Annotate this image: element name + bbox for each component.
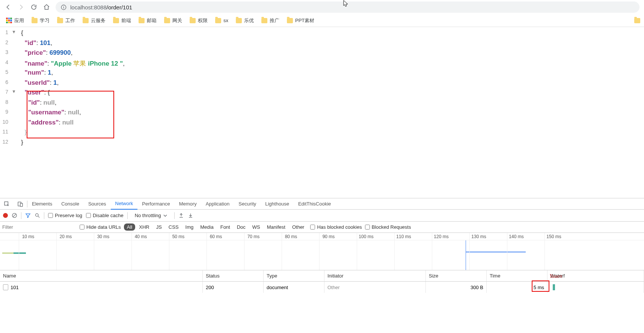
json-line: 1▼{	[0, 29, 644, 39]
bookmark-item[interactable]: 权限	[187, 16, 211, 26]
bookmark-item[interactable]: 乐优	[233, 16, 257, 26]
devtools-tab[interactable]: EditThisCookie	[294, 198, 335, 210]
filter-pill[interactable]: JS	[153, 224, 165, 231]
timeline-tick: 20 ms	[60, 234, 72, 239]
json-line: 6 "userId": 1,	[0, 79, 644, 89]
col-type[interactable]: Type	[264, 270, 324, 281]
svg-line-7	[13, 214, 16, 217]
timeline-tick: 150 ms	[546, 234, 561, 239]
forward-button[interactable]	[17, 3, 25, 11]
col-name[interactable]: Name	[0, 270, 203, 281]
folder-icon	[215, 18, 221, 23]
back-button[interactable]	[5, 3, 12, 11]
devtools-tab[interactable]: Application	[201, 198, 234, 210]
timeline-tick: 110 ms	[396, 234, 411, 239]
col-size[interactable]: Size	[426, 270, 487, 281]
bookmark-item[interactable]: sx	[212, 16, 231, 26]
json-line: 11 }	[0, 129, 644, 139]
filter-pill[interactable]: Font	[217, 224, 233, 231]
devtools-tab[interactable]: Sources	[84, 198, 111, 210]
filter-input[interactable]	[2, 224, 77, 231]
network-toolbar: Preserve log Disable cache No throttling	[0, 210, 644, 222]
col-time[interactable]: Time	[487, 270, 547, 281]
bookmark-item[interactable]: 前端	[110, 16, 134, 26]
devtools-tab[interactable]: Network	[111, 198, 138, 210]
fold-toggle[interactable]: ▼	[11, 89, 17, 94]
bookmark-item[interactable]: 推广	[258, 16, 282, 26]
file-icon	[3, 284, 8, 290]
blocked-requests-checkbox[interactable]: Blocked Requests	[365, 224, 411, 230]
svg-point-8	[36, 214, 39, 217]
devtools-tab-bar: ElementsConsoleSourcesNetworkPerformance…	[0, 198, 644, 210]
upload-har-icon[interactable]	[178, 213, 184, 218]
table-row[interactable]: 101200documentOther300 B5 ms	[0, 282, 644, 293]
bookmark-item[interactable]: 邮箱	[136, 16, 160, 26]
json-line: 10 "address": null	[0, 119, 644, 129]
bookmark-item[interactable]: 学习	[29, 16, 53, 26]
timeline-tick: 120 ms	[434, 234, 448, 239]
bookmark-item[interactable]: 工作	[54, 16, 78, 26]
network-timeline[interactable]: 10 ms20 ms30 ms40 ms50 ms60 ms70 ms80 ms…	[0, 233, 644, 270]
folder-icon	[164, 18, 170, 23]
folder-icon	[139, 18, 145, 23]
devtools-tab[interactable]: Console	[57, 198, 84, 210]
filter-pill[interactable]: CSS	[166, 224, 182, 231]
json-line: 5 "num": 1,	[0, 69, 644, 79]
json-line: 9 "username": null,	[0, 109, 644, 119]
blocked-cookies-checkbox[interactable]: Has blocked cookies	[310, 224, 362, 230]
devtools-tab[interactable]: Lighthouse	[261, 198, 294, 210]
record-button[interactable]	[3, 213, 8, 218]
bookmark-item[interactable]: 网关	[161, 16, 185, 26]
devtools-tab[interactable]: Security	[234, 198, 261, 210]
bookmark-item[interactable]: 云服务	[80, 16, 109, 26]
filter-pill[interactable]: All	[124, 224, 135, 231]
bookmark-item[interactable]: PPT素材	[284, 16, 317, 26]
browser-nav-bar: localhost:8088/order/101	[0, 0, 644, 14]
col-status[interactable]: Status	[203, 270, 264, 281]
json-line: 12}	[0, 139, 644, 149]
waterfall-bar	[553, 284, 555, 290]
throttling-select[interactable]: No throttling	[131, 212, 170, 219]
timeline-tick: 130 ms	[471, 234, 486, 239]
device-toggle-icon[interactable]	[14, 201, 27, 207]
timeline-tick: 60 ms	[210, 234, 222, 239]
filter-pill[interactable]: Doc	[234, 224, 249, 231]
inspect-element-icon[interactable]	[0, 201, 14, 207]
apps-label: 应用	[14, 17, 24, 24]
filter-pill[interactable]: Other	[289, 224, 308, 231]
filter-pill[interactable]: Media	[197, 224, 216, 231]
preserve-log-checkbox[interactable]: Preserve log	[48, 213, 82, 218]
timeline-tick: 70 ms	[247, 234, 260, 239]
filter-toggle-icon[interactable]	[25, 213, 31, 218]
svg-line-9	[38, 216, 39, 218]
svg-point-2	[63, 6, 64, 6]
filter-pill[interactable]: Manifest	[264, 224, 288, 231]
col-initiator[interactable]: Initiator	[324, 270, 426, 281]
chevron-down-icon	[163, 214, 167, 218]
home-button[interactable]	[43, 3, 50, 11]
apps-button[interactable]: 应用	[4, 16, 26, 26]
filter-pill[interactable]: XHR	[136, 224, 152, 231]
folder-icon	[261, 18, 267, 23]
devtools-tab[interactable]: Elements	[27, 198, 57, 210]
json-viewer: 1▼{2 "id": 101,3 "price": 699900,4 "name…	[0, 27, 644, 151]
devtools-tab[interactable]: Performance	[137, 198, 174, 210]
search-icon[interactable]	[35, 213, 40, 218]
timeline-tick: 80 ms	[285, 234, 297, 239]
devtools-tab[interactable]: Memory	[175, 198, 201, 210]
network-table: Name Status Type Initiator Size Time Wat…	[0, 270, 644, 333]
overflow-folder-icon[interactable]	[634, 18, 640, 23]
filter-pill[interactable]: Img	[182, 224, 197, 231]
filter-pill[interactable]: WS	[249, 224, 263, 231]
disable-cache-checkbox[interactable]: Disable cache	[86, 213, 124, 218]
fold-toggle[interactable]: ▼	[11, 29, 17, 34]
json-line: 7▼ "user": {	[0, 89, 644, 99]
timeline-tick: 100 ms	[359, 234, 373, 239]
download-har-icon[interactable]	[188, 213, 193, 218]
timeline-tick: 50 ms	[172, 234, 185, 239]
clear-button[interactable]	[12, 213, 17, 218]
info-icon	[61, 4, 66, 10]
reload-button[interactable]	[30, 3, 38, 11]
svg-rect-5	[20, 203, 23, 207]
hide-data-urls-checkbox[interactable]: Hide data URLs	[80, 224, 121, 230]
